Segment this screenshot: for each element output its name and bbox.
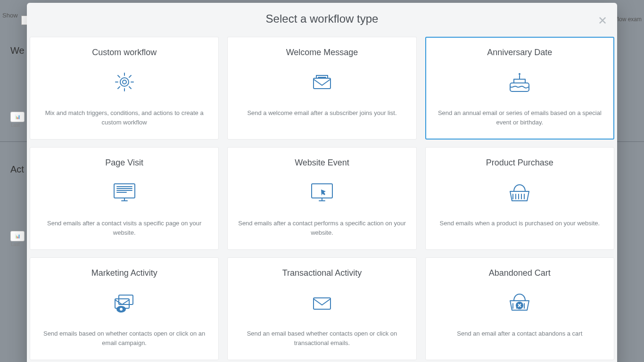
modal-title: Select a workflow type: [27, 12, 617, 25]
workflow-card-cake[interactable]: Anniversary DateSend an annual email or …: [425, 37, 614, 140]
bg-show-label: Show: [2, 12, 18, 19]
monitor-page-icon: [109, 179, 140, 206]
gear-icon: [109, 69, 140, 95]
monitor-click-icon: [307, 179, 337, 206]
workflow-card-basket[interactable]: Product PurchaseSend emails when a produ…: [425, 147, 614, 250]
workflow-card-monitor-click[interactable]: Website EventSend emails after a contact…: [227, 147, 416, 250]
bg-heading-1: We: [10, 45, 25, 56]
workflow-type-modal: Select a workflow type ✕ Custom workflow…: [27, 3, 617, 362]
workflow-card-basket-x[interactable]: Abandoned CartSend an email after a cont…: [425, 257, 614, 360]
mail-plain-icon: [307, 289, 337, 316]
card-title: Abandoned Cart: [489, 268, 551, 278]
card-title: Marketing Activity: [91, 268, 157, 278]
card-description: Send emails based on whether contacts op…: [40, 329, 209, 347]
bg-metric-chip-2: 📊: [10, 231, 25, 241]
bg-metric-sub-2: Last: [11, 242, 20, 247]
basket-x-icon: [504, 289, 535, 316]
envelope-icon: [307, 69, 337, 95]
workflow-card-envelope[interactable]: Welcome MessageSend a welcome email afte…: [227, 37, 416, 140]
card-description: Send an email after a contact abandons a…: [457, 329, 582, 338]
card-title: Product Purchase: [486, 158, 553, 168]
mail-eye-icon: [109, 289, 140, 316]
card-description: Send an annual email or series of emails…: [435, 108, 604, 127]
card-title: Welcome Message: [286, 48, 358, 58]
close-icon[interactable]: ✕: [597, 16, 608, 26]
card-description: Mix and match triggers, conditions, and …: [40, 108, 209, 127]
workflow-card-monitor-page[interactable]: Page VisitSend emails after a contact vi…: [30, 147, 219, 250]
card-title: Page Visit: [105, 158, 143, 168]
card-description: Send emails after a contact visits a spe…: [40, 219, 209, 237]
bg-heading-2: Act: [10, 164, 24, 175]
workflow-card-mail-eye[interactable]: Marketing ActivitySend emails based on w…: [30, 257, 219, 360]
card-title: Transactional Activity: [282, 268, 362, 278]
card-description: Send emails when a product is purchased …: [440, 219, 600, 228]
card-description: Send an email based whether contacts ope…: [237, 329, 407, 347]
card-description: Send emails after a contact performs a s…: [237, 219, 407, 237]
card-title: Anniversary Date: [487, 48, 552, 58]
bg-metric-sub-1: Last: [11, 123, 20, 128]
workflow-card-gear[interactable]: Custom workflowMix and match triggers, c…: [30, 37, 219, 140]
card-description: Send a welcome email after a subscriber …: [247, 108, 396, 118]
bg-flow-link: flow exam: [616, 16, 642, 23]
cake-icon: [504, 69, 535, 95]
card-title: Website Event: [295, 158, 349, 168]
workflow-grid: Custom workflowMix and match triggers, c…: [27, 37, 617, 362]
card-title: Custom workflow: [92, 48, 157, 58]
modal-header: Select a workflow type ✕: [27, 3, 617, 37]
bg-metric-chip-1: 📊: [10, 112, 25, 122]
basket-icon: [504, 179, 535, 206]
workflow-card-mail-plain[interactable]: Transactional ActivitySend an email base…: [227, 257, 416, 360]
